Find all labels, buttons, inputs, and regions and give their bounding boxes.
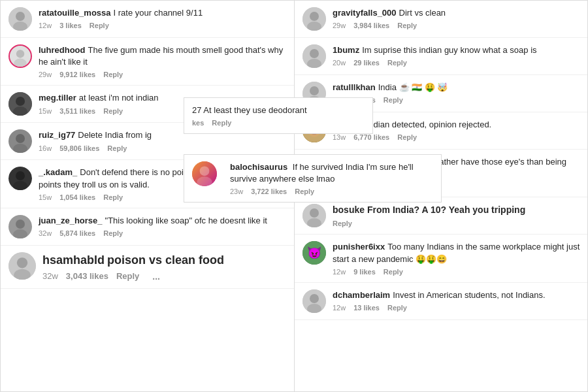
comment-body-c9: 1bumzIm suprise this indian guy know wha… [333,44,581,67]
svg-point-7 [16,97,25,106]
comment-meta-c2: 29w 9,912 likes Reply [39,71,286,78]
comment-dchamberlaim: dchamberlaimInvest in American students,… [295,283,588,320]
comment-text-c1: ratatouille_mossaI rate your channel 9/1… [39,7,286,19]
comment-text-c9: 1bumzIm suprise this indian guy know wha… [333,44,581,56]
comment-dots-c7[interactable]: ... [152,271,160,282]
comment-text-c14: punisher6ixxToo many Indians in the same… [333,241,581,265]
comment-meta-c15: 12w 13 likes Reply [333,304,581,312]
comment-juan-ze-horse: juan_ze_horse_"This looking like soap" o… [1,208,294,246]
svg-point-46 [310,208,319,218]
avatar-dchamberlaim [302,289,326,313]
svg-point-19 [17,257,27,268]
avatar-punisher6ixx: 😈 [302,241,326,265]
svg-point-13 [16,171,25,180]
comment-meta-c13: Reply [333,220,581,227]
comment-1bumz: 1bumzIm suprise this indian guy know wha… [295,38,588,75]
svg-point-28 [310,86,319,95]
comment-text-c6: juan_ze_horse_"This looking like soap" o… [39,215,286,227]
svg-point-22 [310,12,319,21]
avatar-ruiz-ig77 [8,129,32,153]
svg-point-4 [16,50,24,57]
comment-body-c2: luhredhoodThe five gum made his mouth sm… [39,44,286,78]
comment-body-c8: gravityfalls_000Dirt vs clean 29w 3,984 … [333,7,581,29]
comment-gravityfalls: gravityfalls_000Dirt vs clean 29w 3,984 … [295,1,588,38]
comment-text-c8: gravityfalls_000Dirt vs clean [333,7,581,19]
comment-meta-c9: 20w 29 likes Reply [333,59,581,67]
comment-text-c2: luhredhoodThe five gum made his mouth sm… [39,44,286,68]
svg-text:😈: 😈 [307,246,322,260]
comment-body-c6: juan_ze_horse_"This looking like soap" o… [39,215,286,237]
svg-point-1 [16,12,25,21]
comment-text-c7: hsamhabldpoison vs clean food [42,252,286,269]
comment-text-c10: ratulllkhanIndia ☕ 🇮🇳 🤑 🤯 [333,82,581,93]
comment-meta-c11: 13w 6,770 likes Reply [333,133,581,141]
overlay-text-balochisaurus: balochisaurus If he survived India I'm s… [230,161,433,185]
comment-meta-c14: 12w 9 likes Reply [333,268,581,276]
overlay-text-deodorant: 27 At least they use deodorant [192,105,365,116]
avatar-1bumz [302,44,326,68]
comment-text-c15: dchamberlaimInvest in American students,… [333,289,581,301]
comment-body-c14: punisher6ixxToo many Indians in the same… [333,241,581,275]
comment-body-c1: ratatouille_mossaI rate your channel 9/1… [39,7,286,29]
avatar-bosuke [302,204,326,227]
comment-luhredhood: luhredhoodThe five gum made his mouth sm… [1,38,294,86]
comment-body-c13: bosukeFrom India? A 10? Yeah you trippin… [333,204,581,227]
svg-point-16 [16,220,25,229]
avatar-juan-ze-horse [8,215,32,238]
comment-hsamhabld: hsamhabldpoison vs clean food 32w 3,043 … [1,246,294,289]
overlay-meta-balochisaurus: 23w 3,722 likes Reply [230,188,433,195]
overlay-body-balochisaurus: balochisaurus If he survived India I'm s… [230,161,433,195]
avatar-luhredhood [8,44,32,68]
comment-meta-c8: 29w 3,984 likes Reply [333,22,581,29]
comment-meta-c6: 32w 5,874 likes Reply [39,229,286,237]
comment-punisher6ixx: 😈 punisher6ixxToo many Indians in the sa… [295,235,588,282]
overlay-deodorant: 27 At least they use deodorant kes Reply [184,97,373,134]
overlay-balochisaurus: balochisaurus If he survived India I'm s… [184,154,442,203]
comment-text-c13: bosukeFrom India? A 10? Yeah you trippin… [333,204,581,217]
avatar-kadam [8,167,32,190]
comment-meta-c7: 32w 3,043 likes Reply ... [42,271,286,282]
avatar-meg-tiller [8,92,32,116]
svg-point-51 [310,294,319,303]
overlay-meta-deodorant: kes Reply [192,119,365,127]
comment-body-c15: dchamberlaimInvest in American students,… [333,289,581,312]
comment-ratatouille-mossa: ratatouille_mossaI rate your channel 9/1… [1,1,294,38]
comment-body-c7: hsamhabldpoison vs clean food 32w 3,043 … [42,252,286,282]
avatar-gravityfalls [302,7,326,31]
overlay-balochisaurus-content: balochisaurus If he survived India I'm s… [192,161,433,195]
comment-meta-c1: 12w 3 likes Reply [39,22,286,29]
svg-point-10 [16,134,25,143]
svg-point-54 [200,166,210,176]
avatar-hsamhabld [8,252,36,280]
avatar-balochisaurus [192,161,217,186]
avatar-ratatouille-mossa [8,7,32,31]
comment-bosuke: bosukeFrom India? A 10? Yeah you trippin… [295,197,588,235]
comment-meta-c4: 16w 59,806 likes Reply [39,144,286,152]
svg-point-25 [310,49,319,58]
